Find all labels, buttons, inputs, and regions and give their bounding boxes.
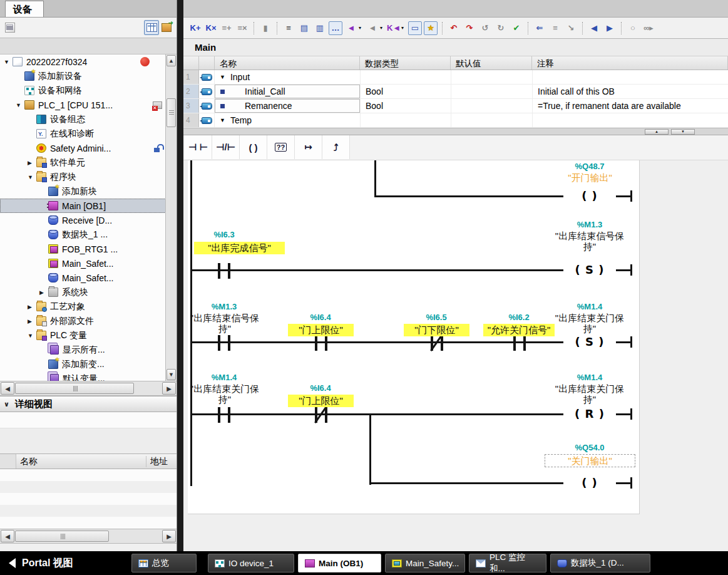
operand-address[interactable]: %I6.5: [400, 313, 473, 322]
operand-address[interactable]: %I6.2: [483, 313, 555, 322]
nc-contact-button[interactable]: ⊣/⊢: [212, 135, 240, 159]
operand-name-highlighted[interactable]: "门下限位": [404, 324, 469, 336]
jump-forward-icon[interactable]: ▶: [603, 21, 617, 35]
expand-networks-icon[interactable]: ≡: [282, 21, 295, 35]
call-environment-icon[interactable]: ⇐: [533, 21, 546, 35]
jump-back-icon[interactable]: ◀: [587, 21, 601, 35]
open-branch-button[interactable]: ↦: [295, 135, 322, 159]
tree-item-technology-objects[interactable]: 工艺对象: [0, 299, 166, 314]
tree-item-online-diagnostics[interactable]: 在线和诊断: [0, 127, 166, 141]
output-coil[interactable]: ( ): [563, 475, 616, 491]
detail-horizontal-scrollbar[interactable]: ◀ ▶: [0, 529, 177, 544]
tree-item-main-safety-db[interactable]: Main_Safet...: [0, 271, 166, 285]
collapse-networks-icon[interactable]: ▤: [297, 21, 311, 35]
configure-tree-button[interactable]: [3, 20, 18, 35]
detail-col-address[interactable]: 地址: [146, 456, 177, 467]
expander-icon[interactable]: [28, 333, 36, 339]
collapse-table-button[interactable]: ▲: [645, 129, 669, 135]
table-splitter[interactable]: ▲ ▼: [183, 128, 728, 135]
tree-item-safety-admin[interactable]: Safety Admini...: [0, 141, 166, 155]
scroll-right-button[interactable]: ▶: [162, 530, 176, 542]
tree-item-main-safety-fb[interactable]: Main_Safet...: [0, 256, 166, 271]
no-contact[interactable]: [228, 407, 230, 423]
reset-coil[interactable]: ( R ): [563, 406, 616, 422]
operand-symbolic-icon[interactable]: ◄: [366, 21, 379, 35]
no-contact-button[interactable]: ⊣ ⊢: [185, 135, 212, 159]
tree-item-show-all-tags[interactable]: 显示所有...: [0, 343, 166, 357]
operand-address[interactable]: %I6.3: [188, 230, 260, 239]
operand-name-highlighted[interactable]: "出库完成信号": [194, 242, 285, 254]
main-safety-tab-button[interactable]: Main_Safety...: [385, 554, 465, 572]
no-contact[interactable]: [513, 335, 516, 351]
favorites-icon[interactable]: ★: [424, 21, 438, 35]
tree-horizontal-scrollbar[interactable]: ◀ ▶: [0, 381, 177, 396]
panel-divider[interactable]: [177, 0, 183, 551]
expander-icon[interactable]: [4, 59, 13, 65]
operand-address[interactable]: %M1.3: [541, 220, 638, 229]
no-contact[interactable]: [218, 407, 220, 423]
keep-actual-values-icon[interactable]: ▮: [259, 21, 272, 35]
close-branch-button[interactable]: ⤴: [322, 135, 350, 159]
tree-item-plc1[interactable]: PLC_1 [CPU 151...: [0, 98, 166, 112]
expand-table-button[interactable]: ▼: [671, 129, 695, 135]
operand-address[interactable]: %M1.3: [188, 302, 260, 311]
io-device-tab-button[interactable]: IO device_1: [208, 554, 294, 572]
tree-item-system-blocks[interactable]: 系统块: [0, 285, 166, 299]
tree-item-external-sources[interactable]: 外部源文件: [0, 314, 166, 328]
scroll-down-button[interactable]: ▼: [167, 369, 176, 380]
goto-next-error-icon[interactable]: ↷: [463, 21, 476, 35]
no-contact[interactable]: [315, 335, 317, 351]
operand-name-selected[interactable]: "关门输出": [545, 454, 635, 467]
operand-address[interactable]: %M1.4: [541, 302, 638, 311]
find-replace-icon[interactable]: ○: [626, 21, 640, 35]
col-datatype[interactable]: 数据类型: [360, 56, 451, 70]
no-contact[interactable]: [218, 335, 220, 351]
operand-address[interactable]: %Q48.7: [541, 162, 638, 171]
operand-absolute-icon[interactable]: ◄: [344, 21, 358, 35]
expander-icon[interactable]: [28, 318, 36, 324]
collapse-chevron-icon[interactable]: [4, 400, 15, 408]
tree-item-device-config[interactable]: 设备组态: [0, 112, 166, 127]
operand-name[interactable]: "出库结束关门保持": [551, 383, 628, 405]
operand-name[interactable]: "开门输出": [568, 172, 612, 183]
insert-network-icon[interactable]: K+: [188, 21, 202, 35]
scroll-up-button[interactable]: ▲: [167, 55, 176, 66]
dropdown-arrow-icon[interactable]: ▾: [380, 25, 385, 31]
operand-both-icon[interactable]: K◄: [387, 21, 401, 35]
scroll-thumb[interactable]: [15, 531, 109, 542]
dropdown-arrow-icon[interactable]: ▾: [359, 25, 364, 31]
tree-item-software-units[interactable]: 软件单元: [0, 155, 166, 170]
operand-name-highlighted[interactable]: "门上限位": [288, 324, 354, 336]
expander-icon[interactable]: [28, 304, 36, 310]
no-contact[interactable]: [523, 335, 526, 351]
scroll-thumb[interactable]: [167, 98, 176, 127]
operand-name[interactable]: "出库结束信号保持": [188, 313, 262, 334]
goto-prev-error-icon[interactable]: ↶: [447, 21, 461, 35]
scroll-left-button[interactable]: ◀: [1, 382, 14, 395]
no-contact[interactable]: [228, 263, 230, 279]
split-editor-button[interactable]: [159, 20, 174, 35]
monitoring-icon[interactable]: ∞▸: [642, 21, 655, 35]
insert-row-icon[interactable]: ≡+: [220, 21, 233, 35]
tree-item-add-device[interactable]: 添加新设备: [0, 69, 166, 83]
detail-col-name[interactable]: 名称: [16, 456, 146, 467]
scroll-thumb[interactable]: [15, 383, 134, 394]
expander-icon[interactable]: [16, 102, 24, 108]
overview-button[interactable]: 总览: [131, 554, 197, 572]
tree-item-program-blocks[interactable]: 程序块: [0, 170, 166, 184]
tree-item-plc-tags[interactable]: PLC 变量: [0, 328, 166, 343]
operand-address[interactable]: %M1.4: [541, 373, 638, 382]
plc-monitor-tab-button[interactable]: PLC 监控和...: [469, 554, 546, 572]
tree-item-add-tag-table[interactable]: 添加新变...: [0, 357, 166, 371]
network-comments-icon[interactable]: …: [329, 21, 342, 35]
tree-vertical-scrollbar[interactable]: ▲ ▼: [165, 54, 177, 381]
close-networks-icon[interactable]: ▥: [313, 21, 327, 35]
tree-item-main-ob1[interactable]: Main [OB1]: [0, 199, 166, 213]
operand-name[interactable]: "出库结束关门保持": [188, 383, 262, 405]
no-contact[interactable]: [218, 263, 220, 279]
set-coil[interactable]: ( S ): [563, 262, 616, 278]
assignment-list-icon[interactable]: ≡: [548, 21, 562, 35]
operand-name[interactable]: "出库结束信号保持": [551, 231, 628, 252]
expander-icon[interactable]: ▼: [220, 117, 225, 123]
col-default[interactable]: 默认值: [451, 56, 532, 70]
